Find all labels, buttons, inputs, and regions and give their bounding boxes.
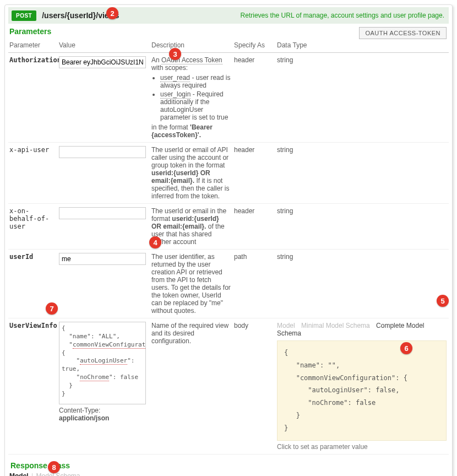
param-name: UserViewInfo: [9, 322, 57, 329]
callout-2: 2: [106, 7, 118, 19]
userid-desc: The user identifier, as returned by the …: [150, 250, 233, 318]
col-specify: Specify As: [233, 39, 276, 53]
param-name: x-api-user: [9, 146, 49, 154]
schema-panel: Model Minimal Model Schema Complete Mode…: [277, 322, 447, 451]
col-description: Description: [150, 39, 233, 53]
x-on-behalf-input[interactable]: [59, 207, 146, 219]
endpoint-description: Retrieves the URL of manage, account set…: [241, 12, 444, 19]
userviewinfo-desc: Name of the required view and its desire…: [150, 318, 233, 455]
data-type: string: [276, 53, 449, 143]
data-type: string: [276, 143, 449, 204]
tab-minimal-schema[interactable]: Minimal Model Schema: [301, 322, 370, 329]
col-datatype: Data Type: [276, 39, 449, 53]
specify-as: header: [233, 204, 276, 250]
col-parameter: Parameter: [8, 39, 58, 53]
oauth-token-button[interactable]: OAUTH ACCESS-TOKEN: [359, 27, 447, 39]
api-panel: 2 3 4 5 6 7 8 POST /users/{userId}/views…: [4, 4, 453, 476]
callout-5: 5: [437, 295, 449, 307]
userviewinfo-body[interactable]: { "name": "ALL", "commonViewConfiguratio…: [59, 322, 146, 404]
col-value: Value: [58, 39, 150, 53]
callout-4: 4: [149, 236, 161, 248]
param-name: x-on-behalf-of-user: [9, 207, 49, 230]
callout-6: 6: [400, 342, 412, 354]
x-api-user-input[interactable]: [59, 146, 146, 158]
param-name: Authorization: [9, 56, 61, 64]
param-row-x-on-behalf: x-on-behalf-of-user The userId or email …: [8, 204, 449, 250]
response-tab-model[interactable]: Model: [9, 472, 29, 476]
param-row-x-api-user: x-api-user The userId or email of API ca…: [8, 143, 449, 204]
param-row-authorization: Authorization An OAuth Access Token with…: [8, 53, 449, 143]
response-tab-schema[interactable]: Model Schema: [36, 472, 80, 476]
parameters-table: Parameter Value Description Specify As D…: [8, 39, 449, 455]
param-row-userid: userId The user identifier, as returned …: [8, 250, 449, 318]
callout-3: 3: [169, 48, 181, 60]
specify-as: path: [233, 250, 276, 318]
callout-8: 8: [48, 461, 60, 473]
param-name: userId: [9, 253, 33, 261]
response-class-heading: Response Class: [10, 461, 449, 470]
specify-as: header: [233, 143, 276, 204]
param-row-userviewinfo: UserViewInfo { "name": "ALL", "commonVie…: [8, 318, 449, 455]
userid-input[interactable]: [59, 253, 146, 265]
specify-as: header: [233, 53, 276, 143]
schema-snippet[interactable]: { "name": "", "commonViewConfiguration":…: [277, 340, 447, 441]
scope-user-login[interactable]: user_login: [160, 90, 191, 99]
scope-user-read[interactable]: user_read: [160, 74, 190, 82]
tab-model[interactable]: Model: [277, 322, 295, 329]
authorization-input[interactable]: [59, 56, 146, 68]
data-type: string: [276, 250, 449, 318]
specify-as: body: [233, 318, 276, 455]
callout-7: 7: [46, 302, 58, 315]
endpoint-header[interactable]: POST /users/{userId}/views Retrieves the…: [8, 7, 449, 24]
schema-hint: Click to set as parameter value: [277, 443, 447, 451]
http-method-badge: POST: [12, 10, 36, 21]
data-type: string: [276, 204, 449, 250]
